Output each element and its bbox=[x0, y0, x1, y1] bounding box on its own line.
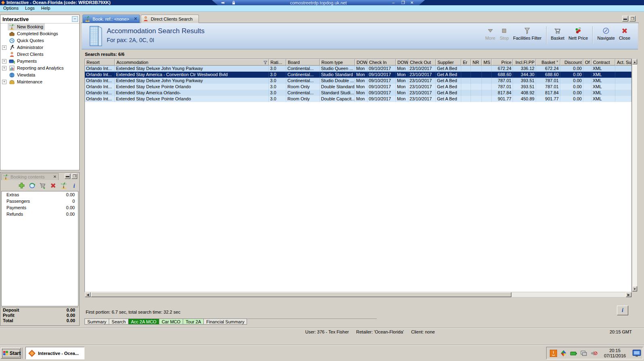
mdi-minimize-button[interactable]: ▬ bbox=[622, 16, 628, 21]
quotes-icon bbox=[9, 38, 15, 44]
network-tray-icon[interactable] bbox=[580, 350, 587, 357]
booking-maximize-button[interactable]: ❒ bbox=[72, 174, 77, 179]
bottom-tab-tour-2a[interactable]: Tour 2A bbox=[183, 319, 204, 325]
tab-book-ref-none-[interactable]: Book. ref.: <none>✕ bbox=[82, 15, 140, 23]
holiday-icon[interactable] bbox=[60, 182, 67, 189]
column-header-inclflpp[interactable]: Incl.Fl.PP bbox=[513, 59, 536, 66]
scroll-up-arrow[interactable]: ▲ bbox=[632, 59, 637, 64]
start-button[interactable]: Start bbox=[1, 348, 21, 359]
sidebar-item-direct-clients[interactable]: Direct Clients bbox=[0, 51, 79, 58]
column-header-checkin[interactable]: Check In bbox=[367, 59, 396, 66]
sidebar-item-quick-quotes[interactable]: Quick Quotes bbox=[0, 37, 79, 44]
bottom-tab-financial-summary[interactable]: Financial Summary bbox=[204, 319, 247, 325]
table-cell: Continental... bbox=[286, 72, 320, 78]
expand-toggle[interactable]: + bbox=[2, 59, 6, 64]
expand-toggle[interactable]: + bbox=[2, 45, 6, 50]
menu-item-help[interactable]: Help bbox=[38, 5, 54, 11]
column-filter-icon[interactable] bbox=[263, 60, 268, 65]
bottom-tab-acc-2a-mco[interactable]: Acc 2A MCO bbox=[129, 319, 159, 325]
info-button[interactable]: i bbox=[617, 306, 628, 315]
booking-contents-close-icon[interactable]: ✕ bbox=[53, 174, 57, 179]
sidebar-item-new-booking[interactable]: New Booking bbox=[0, 23, 79, 30]
menu-item-logs[interactable]: Logs bbox=[22, 5, 38, 11]
delete-item-icon[interactable] bbox=[50, 182, 57, 189]
nettprice-icon bbox=[574, 27, 582, 34]
info-icon[interactable] bbox=[71, 182, 78, 189]
column-header-nr[interactable]: NR bbox=[471, 59, 482, 66]
taskbar-task-button[interactable]: Interactive - Ocea... bbox=[25, 347, 84, 359]
scroll-right-arrow[interactable]: ▶ bbox=[626, 292, 631, 297]
column-header-board[interactable]: Board bbox=[286, 59, 320, 66]
column-header-dow[interactable]: DOW bbox=[396, 59, 408, 66]
facilities-filter-button[interactable]: Facilities Filter bbox=[511, 25, 543, 40]
horizontal-scrollbar[interactable]: ◀ ▶ bbox=[84, 292, 632, 297]
sidebar-item-maintenance[interactable]: +Maintenance bbox=[0, 79, 79, 85]
add-item-icon[interactable] bbox=[18, 182, 25, 189]
column-header-roomtype[interactable]: Room type bbox=[320, 59, 355, 66]
refresh-quote-icon[interactable] bbox=[29, 182, 36, 189]
column-header-contract[interactable]: Contract bbox=[591, 59, 615, 66]
column-header-of[interactable]: Of bbox=[583, 59, 591, 66]
sidebar-item-completed-bookings[interactable]: Completed Bookings bbox=[0, 30, 79, 37]
column-header-actsu[interactable]: Act. Su bbox=[615, 59, 631, 66]
scrollbar-thumb[interactable] bbox=[91, 292, 511, 297]
column-header-discount[interactable]: Discount bbox=[560, 59, 583, 66]
vertical-scrollbar[interactable]: ▲ ▼ bbox=[632, 59, 638, 292]
column-header-rati[interactable]: Rati... bbox=[269, 59, 286, 66]
security-tray-icon[interactable] bbox=[560, 350, 567, 357]
table-cell: Mon bbox=[396, 90, 408, 96]
booking-item-label: Extras bbox=[6, 191, 19, 198]
column-header-basket[interactable]: Basket▼ bbox=[536, 59, 560, 66]
rdp-restore-button[interactable]: ❐ bbox=[400, 0, 406, 5]
taskbar-clock[interactable]: 20:15 07/11/2016 bbox=[600, 348, 629, 359]
column-header-supplier[interactable]: Supplier bbox=[436, 59, 461, 66]
table-row[interactable]: Orlando Int...Extended Stay Deluxe John … bbox=[85, 78, 631, 84]
mdi-restore-button[interactable]: ❒ bbox=[629, 16, 636, 21]
sidebar-item-viewdata[interactable]: Viewdata bbox=[0, 72, 79, 79]
rdp-minimize-button[interactable]: – bbox=[390, 0, 397, 5]
display-settings-icon[interactable] bbox=[632, 349, 641, 358]
navigator-collapse-button[interactable]: − bbox=[72, 16, 78, 22]
expand-toggle[interactable]: + bbox=[2, 66, 6, 70]
column-header-er[interactable]: Er bbox=[461, 59, 471, 66]
sidebar-item-reporting-and-analytics[interactable]: +Reporting and Analytics bbox=[0, 65, 79, 72]
bottom-tab-search[interactable]: Search bbox=[109, 319, 129, 325]
menu-item-options[interactable]: Options bbox=[0, 5, 22, 11]
tab-direct-clients-search[interactable]: Direct Clients Search bbox=[141, 15, 199, 23]
rdp-close-button[interactable]: ✕ bbox=[409, 0, 415, 5]
battery-tray-icon[interactable] bbox=[570, 350, 577, 357]
results-toolbar: MoreStopFacilities FilterBasketNett Pric… bbox=[483, 25, 632, 47]
toolbar-button-label: Nett Price bbox=[568, 36, 588, 40]
scroll-down-arrow[interactable]: ▼ bbox=[632, 286, 637, 291]
table-cell: 09/10/2017 bbox=[367, 72, 396, 78]
booking-contents-panel: Booking contents ✕ ▬ ❒ Extras0.00Passeng… bbox=[0, 172, 80, 326]
table-row[interactable]: Orlando Int...Extended Stay America Orla… bbox=[85, 90, 631, 96]
table-row[interactable]: Orlando Int...Extended Stay Deluxe Point… bbox=[85, 96, 631, 102]
sidebar-item-payments[interactable]: +Payments bbox=[0, 58, 79, 65]
sidebar-item-administrator[interactable]: +Administrator bbox=[0, 44, 79, 51]
table-cell: 672.24 bbox=[492, 66, 513, 72]
volume-muted-icon[interactable] bbox=[590, 350, 598, 357]
column-header-price[interactable]: Price bbox=[492, 59, 513, 66]
scroll-left-arrow[interactable]: ◀ bbox=[85, 292, 91, 297]
table-row[interactable]: Orlando Int...Extended Stay Deluxe Point… bbox=[85, 84, 631, 90]
column-header-accommodation[interactable]: Accommodation bbox=[115, 59, 269, 66]
column-header-ms[interactable]: MS bbox=[482, 59, 492, 66]
tab-close-icon[interactable]: ✕ bbox=[134, 16, 137, 21]
booking-minimize-button[interactable]: ▬ bbox=[65, 174, 70, 179]
nett-price-button[interactable]: Nett Price bbox=[566, 25, 590, 40]
bottom-tab-car-mco[interactable]: Car MCO bbox=[159, 319, 183, 325]
basket-button[interactable]: Basket bbox=[549, 25, 567, 40]
close-button[interactable]: Close bbox=[617, 25, 632, 40]
navigate-button[interactable]: Navigate bbox=[595, 25, 617, 40]
expand-toggle[interactable]: + bbox=[2, 80, 6, 84]
bottom-tab-summary[interactable]: Summary bbox=[84, 319, 109, 325]
column-header-dow[interactable]: DOW bbox=[355, 59, 367, 66]
column-header-resort[interactable]: Resort bbox=[85, 59, 115, 66]
booking-contents-tab[interactable]: Booking contents ✕ bbox=[1, 173, 59, 180]
move-to-cart-icon[interactable] bbox=[39, 182, 46, 189]
table-row[interactable]: Orlando Int...Extended Stay Deluxe John … bbox=[85, 66, 631, 72]
table-row[interactable]: Orlando Int...Extended Stay America - Co… bbox=[85, 72, 631, 78]
column-header-checkout[interactable]: Check Out bbox=[408, 59, 436, 66]
java-tray-icon[interactable] bbox=[550, 350, 557, 357]
